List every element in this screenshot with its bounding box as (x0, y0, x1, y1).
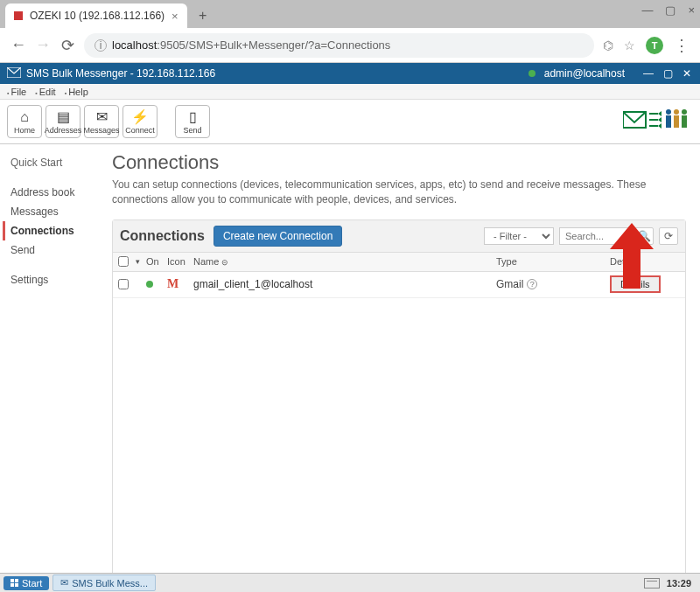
sidebar-item-messages[interactable]: Messages (10, 202, 105, 221)
messages-label: Messages (83, 126, 119, 135)
svg-rect-3 (666, 115, 671, 128)
task-label: SMS Bulk Mess... (72, 578, 148, 589)
tab-title: OZEKI 10 (192.168.112.166) (30, 10, 164, 22)
column-on[interactable]: On (146, 256, 167, 267)
browser-menu-icon[interactable]: ⋮ (674, 36, 690, 55)
home-icon: ⌂ (20, 109, 29, 125)
dropdown-arrow-icon[interactable]: ▾ (136, 257, 146, 266)
maximize-icon[interactable]: ▢ (665, 3, 676, 17)
select-all-checkbox[interactable] (118, 256, 129, 267)
browser-chrome: OZEKI 10 (192.168.112.166) × + — ▢ × ← →… (0, 0, 700, 63)
row-checkbox[interactable] (118, 279, 129, 289)
app-header: SMS Bulk Messenger - 192.168.112.166 adm… (0, 63, 700, 84)
taskbar: Start ✉ SMS Bulk Mess... 13:29 (0, 573, 700, 592)
app-title: SMS Bulk Messenger - 192.168.112.166 (26, 67, 215, 80)
connection-name: gmail_client_1@localhost (193, 278, 496, 290)
main-layout: Quick Start Address book Messages Connec… (0, 144, 700, 574)
plug-icon: ⚡ (131, 108, 149, 125)
window-controls: — ▢ × (641, 3, 695, 17)
reload-button[interactable]: ⟳ (60, 36, 75, 55)
favicon (14, 11, 23, 20)
details-button[interactable]: Details (610, 275, 661, 293)
close-icon[interactable]: × (688, 3, 695, 17)
addressbook-icon: ▤ (57, 108, 70, 125)
table-row[interactable]: M gmail_client_1@localhost Gmail ? Detai… (113, 272, 685, 298)
gmail-icon: M (167, 277, 178, 290)
messages-button[interactable]: ✉ Messages (84, 105, 119, 138)
sidebar-item-send[interactable]: Send (10, 240, 105, 260)
connections-panel: Connections Create new Connection - Filt… (112, 219, 686, 592)
start-label: Start (22, 578, 42, 589)
toolbar: ⌂ Home ▤ Addresses ✉ Messages ⚡ Connect … (0, 100, 700, 144)
status-dot-icon (528, 70, 536, 77)
top-menu: File Edit Help (0, 84, 700, 100)
minimize-icon[interactable]: — (641, 3, 653, 17)
send-button[interactable]: ▯ Send (175, 105, 210, 138)
forward-button[interactable]: → (35, 36, 51, 54)
refresh-icon[interactable]: ⟳ (659, 227, 678, 245)
logged-user[interactable]: admin@localhost (544, 67, 625, 80)
connect-button[interactable]: ⚡ Connect (122, 105, 158, 138)
home-label: Home (14, 126, 35, 135)
column-type[interactable]: Type (496, 256, 610, 267)
send-label: Send (183, 126, 201, 135)
envelope-icon: ✉ (96, 108, 108, 125)
column-name[interactable]: Name ⊝ (193, 256, 496, 267)
app-maximize-icon[interactable]: ▢ (662, 67, 674, 80)
create-connection-button[interactable]: Create new Connection (214, 226, 342, 247)
sidebar-item-settings[interactable]: Settings (10, 270, 105, 289)
sidebar: Quick Start Address book Messages Connec… (0, 144, 105, 574)
browser-tab[interactable]: OZEKI 10 (192.168.112.166) × (5, 3, 187, 28)
column-icon[interactable]: Icon (167, 256, 193, 267)
bookmark-star-icon[interactable]: ☆ (624, 38, 635, 52)
site-info-icon[interactable]: i (94, 39, 107, 52)
panel-body-empty (113, 298, 685, 587)
profile-avatar[interactable]: T (646, 37, 663, 54)
back-button[interactable]: ← (10, 36, 26, 54)
svg-point-2 (666, 109, 671, 115)
new-tab-button[interactable]: + (192, 5, 214, 26)
connection-type: Gmail ? (496, 278, 610, 290)
menu-file[interactable]: File (4, 87, 30, 97)
svg-rect-7 (682, 115, 687, 128)
filter-select[interactable]: - Filter - (484, 227, 554, 245)
page-description: You can setup connections (devices, tele… (112, 178, 686, 207)
panel-header: Connections Create new Connection - Filt… (113, 220, 685, 253)
help-icon[interactable]: ? (527, 279, 537, 289)
sidebar-item-addressbook[interactable]: Address book (10, 183, 105, 202)
url-text: localhost:9505/SMS+Bulk+Messenger/?a=Con… (112, 38, 390, 52)
clock: 13:29 (667, 578, 691, 589)
app-close-icon[interactable]: ✕ (681, 67, 693, 80)
connect-label: Connect (125, 126, 155, 135)
address-bar: ← → ⟳ i localhost:9505/SMS+Bulk+Messenge… (0, 28, 700, 63)
status-online-icon (146, 281, 153, 288)
page-title: Connections (112, 151, 686, 174)
search-icon[interactable]: 🔍 (634, 227, 654, 245)
addresses-button[interactable]: ▤ Addresses (46, 105, 80, 138)
browser-tab-bar: OZEKI 10 (192.168.112.166) × + — ▢ × (0, 0, 700, 28)
addresses-label: Addresses (45, 126, 82, 135)
header-graphic (623, 105, 693, 136)
close-tab-icon[interactable]: × (172, 10, 178, 23)
column-details[interactable]: Details (610, 256, 680, 267)
svg-rect-5 (674, 115, 679, 128)
app-envelope-icon (7, 67, 21, 80)
table-header: ▾ On Icon Name ⊝ Type Details (113, 253, 685, 272)
panel-title: Connections (120, 228, 205, 244)
start-button[interactable]: Start (4, 576, 49, 590)
sidebar-item-connections[interactable]: Connections (3, 221, 105, 240)
app-minimize-icon[interactable]: — (642, 67, 654, 80)
taskbar-item[interactable]: ✉ SMS Bulk Mess... (52, 575, 156, 591)
content: Connections You can setup connections (d… (105, 144, 700, 574)
sidebar-item-quickstart[interactable]: Quick Start (10, 153, 105, 172)
phone-icon: ▯ (189, 108, 197, 125)
sort-icon: ⊝ (221, 258, 228, 267)
search-input[interactable] (559, 227, 629, 245)
home-button[interactable]: ⌂ Home (7, 105, 42, 138)
menu-edit[interactable]: Edit (32, 87, 59, 97)
password-key-icon[interactable]: ⌬ (603, 38, 613, 52)
menu-help[interactable]: Help (61, 87, 92, 97)
url-field[interactable]: i localhost:9505/SMS+Bulk+Messenger/?a=C… (84, 33, 594, 58)
keyboard-icon[interactable] (644, 578, 660, 589)
task-envelope-icon: ✉ (60, 577, 68, 589)
